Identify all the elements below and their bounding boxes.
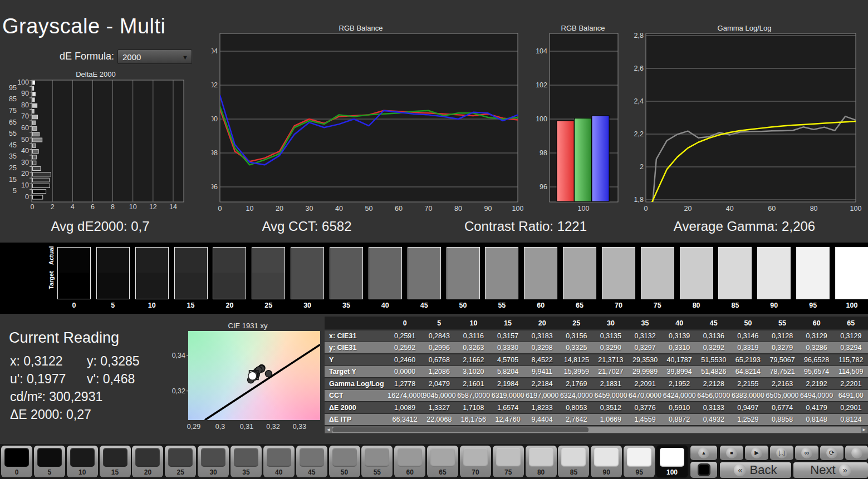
table-cell: 2,1831 <box>594 380 628 388</box>
svg-text:2,2: 2,2 <box>634 130 644 138</box>
pattern-button-40[interactable]: 40 <box>263 446 295 477</box>
pattern-button-55[interactable]: 55 <box>361 446 393 477</box>
table-cell: 114,509 <box>833 368 868 376</box>
pattern-button-15[interactable]: 15 <box>100 446 131 477</box>
table-cell: 0,2591 <box>388 332 422 340</box>
pattern-button-label: 100 <box>656 468 688 476</box>
table-cell: 2,1952 <box>662 380 697 388</box>
swatch-target <box>213 273 246 299</box>
table-cell: 2,0479 <box>422 380 457 388</box>
play-button[interactable]: ▶ <box>745 446 768 460</box>
swatch-patch-30 <box>291 247 324 299</box>
current-reading-title: Current Reading <box>9 329 119 347</box>
pattern-button-85[interactable]: 85 <box>558 446 589 477</box>
pattern-chip <box>70 448 95 467</box>
pattern-button-50[interactable]: 50 <box>329 446 360 477</box>
table-cell: 96,6528 <box>800 356 834 364</box>
table-cell: 0,0000 <box>388 368 422 376</box>
de-formula-dropdown[interactable]: 2000 ▼ <box>117 50 192 64</box>
pattern-button-label: 95 <box>624 468 655 476</box>
back-button[interactable]: « Back <box>720 462 791 478</box>
pattern-button-30[interactable]: 30 <box>198 446 229 477</box>
table-cell: 51,5530 <box>697 356 731 364</box>
swatch-target <box>175 273 207 299</box>
scrollbar-thumb[interactable] <box>332 427 589 432</box>
luminance-value: 300,2931 <box>49 389 102 404</box>
pattern-button-20[interactable]: 20 <box>132 446 163 477</box>
table-cell: 1,0669 <box>594 416 628 423</box>
table-cell: 5,8204 <box>491 368 525 376</box>
svg-text:55: 55 <box>9 130 17 137</box>
swatch-target <box>408 273 440 299</box>
swatch-target <box>563 273 596 299</box>
pattern-button-5[interactable]: 5 <box>34 446 65 477</box>
swatch-target <box>758 273 790 299</box>
swatch-patch-85 <box>718 247 752 299</box>
pattern-button-45[interactable]: 45 <box>296 446 327 477</box>
measurement-table: 05101520253035404550556065x: CIE310,2591… <box>325 317 868 433</box>
swatch-patch-40 <box>369 247 402 299</box>
table-cell: 2,2128 <box>697 380 731 388</box>
pattern-button-10[interactable]: 10 <box>67 446 98 477</box>
table-cell: 0,3129 <box>800 332 834 340</box>
svg-text:Gamma Log/Log: Gamma Log/Log <box>718 24 772 32</box>
svg-text:2,4: 2,4 <box>634 97 644 105</box>
table-cell: 22,0068 <box>422 416 457 423</box>
table-cell: 0,3132 <box>628 332 663 340</box>
pattern-up-button[interactable]: ▲ <box>690 446 717 460</box>
swatch-level-label: 95 <box>793 302 832 309</box>
pattern-window-button[interactable] <box>690 462 717 478</box>
table-cell: 95,6574 <box>800 368 834 376</box>
table-cell: 1,2529 <box>731 416 766 423</box>
measure-loop-button[interactable]: ⟳ <box>820 446 844 460</box>
svg-text:96: 96 <box>540 183 547 191</box>
pattern-button-35[interactable]: 35 <box>231 446 262 477</box>
pattern-button-25[interactable]: 25 <box>165 446 196 477</box>
calibration-report-window: Grayscale - Multi dE Formula: 2000 ▼ Del… <box>0 0 868 479</box>
measure-series-button[interactable]: [‥] <box>770 446 793 460</box>
pattern-button-60[interactable]: 60 <box>394 446 425 477</box>
pattern-button-80[interactable]: 80 <box>526 446 557 477</box>
scroll-left-icon[interactable]: ◄ <box>325 427 332 433</box>
pattern-button-label: 30 <box>198 468 229 476</box>
pattern-button-0[interactable]: 0 <box>1 446 32 477</box>
swatch-target <box>330 273 362 299</box>
next-button[interactable]: Next » <box>793 462 868 478</box>
pattern-chip <box>365 448 389 467</box>
svg-text:102: 102 <box>536 81 547 89</box>
pattern-button-75[interactable]: 75 <box>493 446 524 477</box>
svg-text:20: 20 <box>684 205 692 213</box>
pattern-button-65[interactable]: 65 <box>427 446 458 477</box>
table-cell: 0,3286 <box>800 344 834 352</box>
svg-text:30: 30 <box>21 159 29 166</box>
pattern-button-label: 5 <box>34 468 65 476</box>
pattern-button-label: 50 <box>329 468 360 476</box>
scroll-right-icon[interactable]: ► <box>861 427 867 433</box>
table-cell: 6319,0000 <box>491 392 525 399</box>
table-cell: 21,7027 <box>594 368 628 376</box>
table-row-label: ΔE ITP <box>325 416 388 423</box>
table-horizontal-scrollbar[interactable]: ◄► <box>325 426 868 433</box>
table-cell: 8,4522 <box>525 356 560 364</box>
table-row-label: CCT <box>325 392 388 399</box>
table-cell: 6424,0000 <box>662 392 697 399</box>
swatch-patch-95 <box>796 247 830 299</box>
table-column-header: 15 <box>491 319 525 327</box>
table-cell: 0,5910 <box>662 404 697 412</box>
svg-text:0,32: 0,32 <box>266 423 279 431</box>
measure-continuous-button[interactable]: ∞ <box>795 446 818 460</box>
pattern-button-90[interactable]: 90 <box>591 446 622 477</box>
table-row: Gamma Log/Log1,27782,04792,16012,19842,2… <box>325 378 868 389</box>
table-cell: 0,3319 <box>731 344 766 352</box>
table-cell: 6505,0000 <box>765 392 800 399</box>
pattern-button-100[interactable]: 100 <box>656 446 688 477</box>
svg-text:100: 100 <box>17 78 29 86</box>
table-cell: 0,2592 <box>388 344 422 352</box>
table-cell: 29,9989 <box>628 368 663 376</box>
pattern-button-95[interactable]: 95 <box>624 446 655 477</box>
stop-button[interactable]: ■ <box>720 446 743 460</box>
cie-y-value: 0,3285 <box>100 354 139 368</box>
table-cell: 0,6774 <box>765 404 800 412</box>
table-cell: 6324,0000 <box>560 392 594 399</box>
pattern-button-70[interactable]: 70 <box>460 446 491 477</box>
